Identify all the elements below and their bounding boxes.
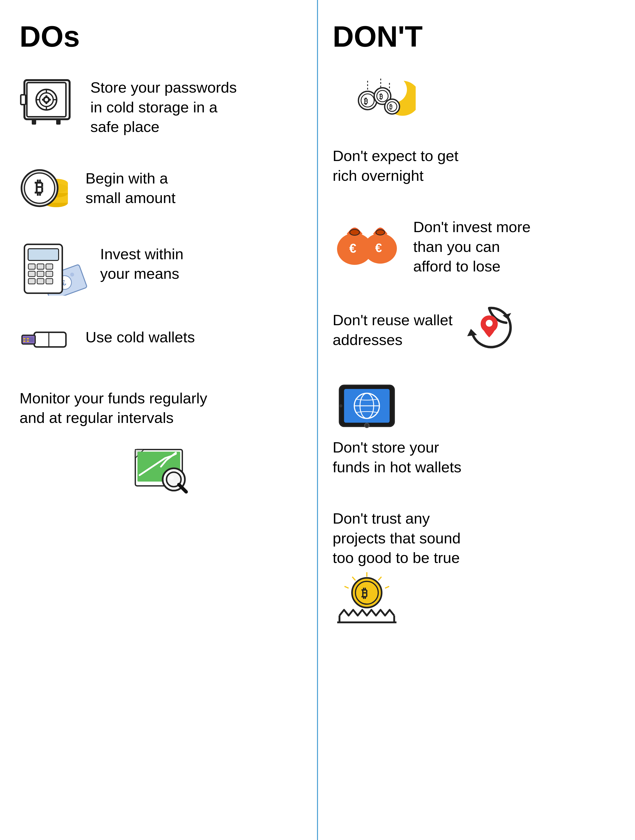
list-item: Use cold wallets [19,322,303,357]
svg-rect-50 [27,341,29,342]
list-item: Monitor your funds regularlyand at regul… [19,384,303,494]
svg-rect-48 [24,341,25,342]
list-item: Store your passwordsin cold storage in a… [19,73,303,137]
svg-rect-37 [28,271,35,276]
svg-rect-41 [37,278,44,284]
svg-rect-36 [46,264,53,269]
store-passwords-text: Store your passwordsin cold storage in a… [90,73,237,137]
svg-point-73 [350,229,359,235]
btc-trap-icon: ₿ [332,568,401,632]
svg-rect-49 [27,338,29,339]
svg-text:₿: ₿ [35,178,44,197]
svg-rect-35 [37,264,44,269]
moon-btc-icon: ₿ ₿ ₿ [332,73,416,141]
svg-rect-16 [56,119,61,125]
svg-text:€: € [349,241,356,255]
svg-line-93 [345,586,349,588]
page: DOs [0,0,635,840]
too-good-text: Don't trust anyprojects that soundtoo go… [332,504,461,568]
svg-rect-12 [46,102,47,104]
reuse-addresses-text: Don't reuse walletaddresses [332,305,452,350]
svg-rect-2 [21,95,26,104]
svg-rect-34 [28,264,35,269]
list-item: Don't store yourfunds in hot wallets [332,379,616,477]
svg-rect-11 [46,95,47,98]
list-item: ₿ ₿ ₿ Don't expect to getrich overnight [332,73,616,185]
svg-rect-33 [28,249,58,261]
invest-means-text: Invest withinyour means [100,240,183,284]
chart-icon [127,435,195,494]
svg-rect-15 [32,119,36,125]
svg-text:€: € [375,241,382,255]
safe-icon [19,73,78,126]
svg-marker-78 [467,329,477,336]
svg-line-91 [352,577,355,581]
svg-point-87 [365,423,369,428]
moneybags-icon: € € [332,212,401,266]
list-item: ₿ Begin with asmall amount [19,164,303,213]
svg-point-88 [339,404,342,407]
dos-title: DOs [19,19,303,53]
calculator-icon: € [19,240,88,296]
dos-column: DOs [0,0,317,840]
svg-point-76 [376,230,384,235]
svg-text:₿: ₿ [379,93,383,100]
svg-rect-39 [46,271,53,276]
svg-line-90 [378,577,381,581]
usb-icon [19,322,73,357]
svg-text:₿: ₿ [364,97,368,106]
rich-overnight-text: Don't expect to getrich overnight [332,141,459,185]
monitor-funds-text: Monitor your funds regularlyand at regul… [19,384,207,428]
list-item: Don't trust anyprojects that soundtoo go… [332,504,616,632]
svg-point-57 [170,475,174,480]
bitcoin-coins-icon: ₿ [19,164,73,213]
svg-rect-47 [24,338,25,339]
svg-text:₿: ₿ [361,586,367,600]
location-icon [465,303,514,352]
svg-rect-13 [42,99,44,101]
list-item: Don't reuse walletaddresses [332,303,616,352]
svg-rect-43 [34,332,66,347]
svg-line-92 [385,586,389,588]
svg-point-10 [45,98,48,101]
list-item: € [19,240,303,296]
tablet-icon [332,379,401,433]
svg-rect-42 [46,278,53,284]
small-amount-text: Begin with asmall amount [85,164,176,208]
donts-title: DON'T [332,19,616,53]
donts-column: DON'T ₿ [318,0,635,840]
invest-more-text: Don't invest morethan you canafford to l… [413,212,531,276]
svg-rect-38 [37,271,44,276]
list-item: € € Don't invest morethan you canafford … [332,212,616,276]
svg-rect-14 [48,99,51,101]
svg-point-81 [486,320,493,327]
hot-wallets-text: Don't store yourfunds in hot wallets [332,433,461,477]
svg-rect-40 [28,278,35,284]
svg-text:₿: ₿ [389,103,392,110]
cold-wallets-text: Use cold wallets [85,322,195,347]
